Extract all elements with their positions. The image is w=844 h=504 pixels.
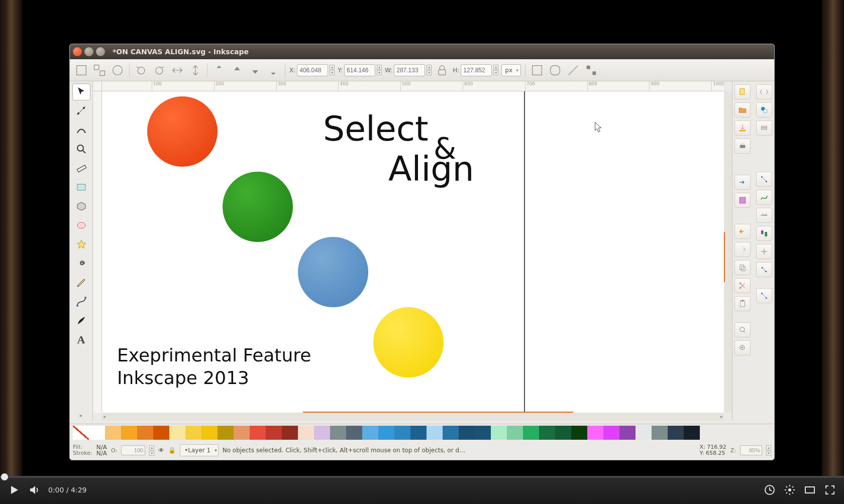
color-swatch[interactable]	[137, 426, 153, 440]
w-input[interactable]	[394, 64, 425, 76]
color-swatch[interactable]	[89, 426, 105, 440]
unit-dropdown[interactable]: px	[501, 64, 521, 76]
fullscreen-icon[interactable]	[824, 484, 836, 496]
lower-icon[interactable]	[248, 63, 263, 78]
raise-top-icon[interactable]	[212, 63, 227, 78]
color-swatch[interactable]	[523, 426, 539, 440]
color-swatch[interactable]	[218, 426, 234, 440]
color-swatch[interactable]	[169, 426, 185, 440]
y-input[interactable]	[344, 64, 375, 76]
opacity-spinner[interactable]: ▴▾	[149, 445, 154, 456]
zoom-drawing-icon[interactable]	[734, 340, 751, 355]
color-swatch[interactable]	[459, 426, 475, 440]
color-swatch[interactable]	[652, 426, 668, 440]
w-field[interactable]: W: ▴▾	[385, 64, 432, 76]
text-dialog-icon[interactable]	[756, 262, 772, 277]
layer-lock-icon[interactable]: 🔒	[168, 447, 176, 454]
layer-visibility-icon[interactable]: 👁	[158, 447, 164, 454]
align-icon[interactable]	[756, 226, 772, 241]
color-swatch[interactable]	[619, 426, 636, 440]
yellow-circle[interactable]	[373, 307, 444, 377]
bezier-tool[interactable]	[72, 293, 90, 310]
play-button[interactable]	[8, 484, 20, 496]
selector-tool[interactable]	[72, 83, 90, 100]
vertical-scrollbar[interactable]	[724, 91, 732, 413]
horizontal-scrollbar[interactable]: ◂ ▸	[102, 413, 724, 421]
window-close-button[interactable]	[73, 47, 82, 56]
color-swatch[interactable]	[105, 426, 121, 440]
color-swatch[interactable]	[346, 426, 362, 440]
green-circle[interactable]	[223, 172, 293, 242]
window-titlebar[interactable]: *ON CANVAS ALIGN.svg - Inkscape	[70, 44, 774, 59]
color-swatch[interactable]	[362, 426, 378, 440]
drawing-canvas[interactable]: Select & Align Exeprimental Feature Inks…	[102, 91, 724, 413]
color-swatch[interactable]	[121, 426, 137, 440]
rectangle-tool[interactable]	[72, 179, 90, 196]
color-swatch[interactable]	[555, 426, 571, 440]
color-swatch[interactable]	[153, 426, 169, 440]
watch-later-icon[interactable]	[764, 484, 776, 496]
color-swatch[interactable]	[603, 426, 619, 440]
window-minimize-button[interactable]	[84, 47, 93, 56]
affect-stroke-icon[interactable]	[530, 63, 545, 78]
path-effect-icon[interactable]	[756, 190, 772, 205]
save-icon[interactable]	[734, 193, 751, 208]
affect-pattern-icon[interactable]	[584, 63, 599, 78]
color-swatch[interactable]	[378, 426, 394, 440]
zoom-fit-icon[interactable]	[734, 322, 751, 337]
color-swatch[interactable]	[636, 426, 652, 440]
rotate-cw-icon[interactable]	[152, 63, 167, 78]
copy-icon[interactable]	[734, 260, 751, 275]
deselect-icon[interactable]	[110, 63, 125, 78]
color-swatch[interactable]	[185, 426, 201, 440]
window-maximize-button[interactable]	[96, 47, 105, 56]
new-doc-icon[interactable]	[734, 84, 751, 99]
color-swatch[interactable]	[539, 426, 555, 440]
spiral-tool[interactable]	[72, 255, 90, 272]
cut-icon[interactable]	[734, 278, 751, 293]
color-swatch[interactable]	[507, 426, 523, 440]
color-swatch[interactable]	[427, 426, 443, 440]
lower-bottom-icon[interactable]	[266, 63, 281, 78]
export-icon[interactable]	[734, 175, 751, 190]
fill-stroke-icon[interactable]	[756, 102, 772, 117]
h-field[interactable]: H: ▴▾	[453, 64, 498, 76]
measure-tool[interactable]	[72, 160, 90, 177]
volume-button[interactable]	[28, 484, 40, 496]
rotate-ccw-icon[interactable]	[134, 63, 149, 78]
flip-vertical-icon[interactable]	[188, 63, 203, 78]
color-swatch[interactable]	[298, 426, 314, 440]
red-circle[interactable]	[147, 96, 218, 167]
zoom-tool[interactable]	[72, 141, 90, 158]
color-swatch[interactable]	[491, 426, 507, 440]
h-input[interactable]	[461, 64, 492, 76]
caption-line2[interactable]: Inkscape 2013	[117, 367, 249, 388]
color-swatch[interactable]	[394, 426, 410, 440]
select-all-icon[interactable]	[92, 63, 107, 78]
zoom-input[interactable]	[740, 445, 762, 455]
print-icon[interactable]	[734, 139, 751, 154]
color-swatch[interactable]	[234, 426, 250, 440]
color-swatch[interactable]	[282, 426, 298, 440]
color-swatch[interactable]	[410, 426, 427, 440]
color-swatch[interactable]	[684, 426, 700, 440]
node-tool[interactable]	[72, 102, 90, 119]
tweak-tool[interactable]	[72, 121, 90, 139]
import-icon[interactable]	[734, 120, 751, 136]
paste-icon[interactable]	[734, 296, 751, 311]
x-field[interactable]: X: ▴▾	[289, 64, 335, 76]
y-field[interactable]: Y: ▴▾	[338, 64, 382, 76]
color-swatch[interactable]	[443, 426, 459, 440]
object-properties-icon[interactable]	[756, 172, 772, 187]
x-spinner[interactable]: ▴▾	[330, 65, 335, 75]
flip-horizontal-icon[interactable]	[170, 63, 185, 78]
zoom-spinner[interactable]: ▴▾	[766, 445, 771, 456]
text-tool[interactable]: A	[72, 331, 90, 348]
color-swatch[interactable]	[571, 426, 587, 440]
undo-icon[interactable]	[734, 224, 751, 239]
layers-icon[interactable]	[756, 120, 772, 136]
pencil-tool[interactable]	[72, 274, 90, 291]
open-icon[interactable]	[734, 102, 751, 117]
video-scrubber[interactable]	[0, 476, 844, 478]
color-swatch[interactable]	[314, 426, 330, 440]
